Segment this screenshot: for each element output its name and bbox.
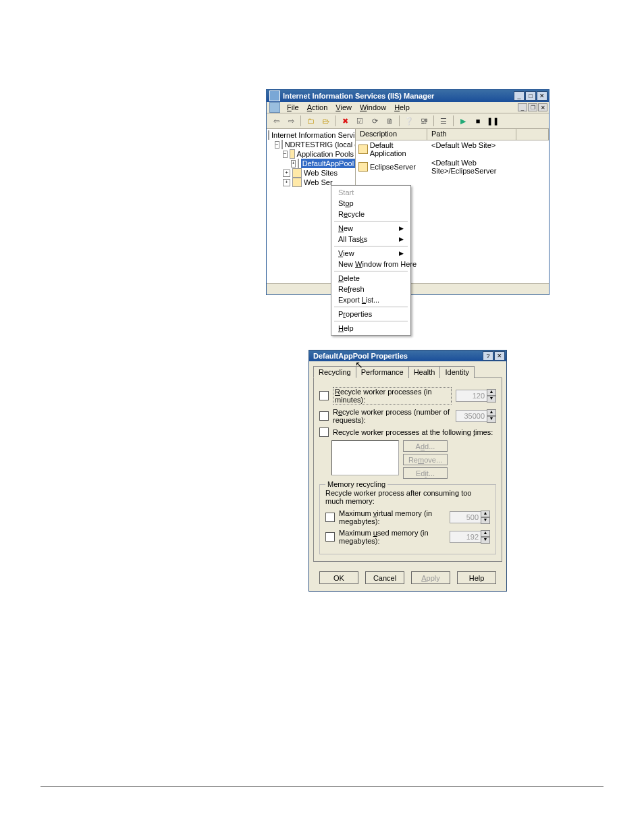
- spin-up-icon[interactable]: ▲: [487, 389, 496, 396]
- menu-view[interactable]: View: [331, 103, 356, 112]
- props-title-text: DefaultAppPool Properties: [309, 352, 483, 360]
- help-button[interactable]: Help: [457, 571, 496, 584]
- list-row[interactable]: Default Application <Default Web Site>: [356, 140, 549, 158]
- spin-up-icon[interactable]: ▲: [481, 530, 490, 537]
- cancel-button[interactable]: Cancel: [365, 571, 404, 584]
- tree-app-pools[interactable]: −Application Pools: [268, 149, 354, 159]
- spinner-requests[interactable]: ▲▼: [456, 409, 496, 423]
- mdi-minimize-button[interactable]: _: [518, 103, 527, 111]
- menu-action[interactable]: Action: [303, 103, 332, 112]
- iis-titlebar[interactable]: Internet Information Services (IIS) Mana…: [267, 90, 549, 102]
- ctx-delete[interactable]: Delete: [331, 273, 410, 284]
- spinner-umem[interactable]: ▲▼: [450, 530, 490, 544]
- remove-button[interactable]: Remove...: [403, 454, 448, 465]
- tab-identity[interactable]: Identity: [439, 366, 474, 378]
- spinner-vmem[interactable]: ▲▼: [450, 511, 490, 524]
- checkbox-recycle-times[interactable]: [319, 427, 329, 437]
- ctx-help[interactable]: Help: [331, 323, 410, 334]
- help-icon[interactable]: ❔: [402, 114, 416, 128]
- apply-button[interactable]: Apply: [411, 571, 450, 584]
- spin-down-icon[interactable]: ▼: [487, 416, 496, 423]
- tree-server[interactable]: −NDRTESTRIG (local computer): [268, 140, 354, 149]
- tab-recycling[interactable]: Recycling: [313, 366, 356, 378]
- row-recycle-minutes: Recycle worker processes (in minutes): ▲…: [319, 387, 496, 405]
- toolbar: ⇦ ⇨ 🗀 🗁 ✖ ☑ ⟳ 🗎 ❔ 🖳 ☰ ▶ ■ ❚❚: [267, 113, 549, 129]
- show-tree-icon[interactable]: 🗁: [319, 114, 332, 128]
- ok-button[interactable]: OK: [319, 571, 358, 584]
- tab-performance[interactable]: Performance: [356, 366, 409, 378]
- back-icon[interactable]: ⇦: [269, 114, 283, 128]
- up-folder-icon[interactable]: 🗀: [304, 114, 317, 128]
- spin-up-icon[interactable]: ▲: [487, 409, 496, 416]
- ctx-stop[interactable]: Stop: [331, 198, 410, 209]
- ctx-new[interactable]: New▶: [331, 223, 410, 234]
- props-titlebar[interactable]: DefaultAppPool Properties ? ✕: [309, 350, 506, 361]
- refresh-icon[interactable]: ⟳: [368, 114, 381, 128]
- col-blank[interactable]: [516, 129, 549, 140]
- toolbar-separator: [433, 115, 434, 126]
- stop-icon[interactable]: ■: [471, 114, 485, 128]
- tab-body-recycling: Recycle worker processes (in minutes): ▲…: [313, 377, 502, 562]
- iis-manager-window: Internet Information Services (IIS) Mana…: [266, 89, 549, 295]
- checkbox-used-memory[interactable]: [325, 532, 335, 542]
- tree-default-app-pool[interactable]: +DefaultAppPool: [268, 159, 354, 168]
- toolbar-separator: [399, 115, 400, 126]
- spin-down-icon[interactable]: ▼: [487, 396, 496, 402]
- close-button[interactable]: ✕: [494, 351, 505, 361]
- start-icon[interactable]: ▶: [456, 114, 470, 128]
- mdi-child-icon: [269, 102, 280, 113]
- list-row[interactable]: EclipseServer <Default Web Site>/Eclipse…: [356, 158, 549, 176]
- menu-file[interactable]: File: [283, 103, 303, 112]
- label-recycle-requests: Recycle worker process (number of reques…: [333, 408, 452, 424]
- maximize-button[interactable]: □: [525, 91, 536, 101]
- iis-title-text: Internet Information Services (IIS) Mana…: [283, 92, 514, 100]
- forward-icon[interactable]: ⇨: [284, 114, 298, 128]
- help-button[interactable]: ?: [483, 351, 493, 361]
- spin-up-icon[interactable]: ▲: [481, 511, 490, 517]
- menu-help[interactable]: Help: [390, 103, 414, 112]
- tree-root[interactable]: Internet Information Services: [268, 130, 354, 140]
- ctx-refresh[interactable]: Refresh: [331, 284, 410, 294]
- checkbox-virtual-memory[interactable]: [325, 513, 335, 522]
- col-path[interactable]: Path: [427, 129, 516, 140]
- close-button[interactable]: ✕: [537, 91, 547, 101]
- checkbox-recycle-minutes[interactable]: [319, 391, 329, 400]
- ctx-view[interactable]: View▶: [331, 248, 410, 259]
- mdi-restore-button[interactable]: ❐: [528, 103, 537, 111]
- times-listbox[interactable]: [331, 440, 399, 475]
- permissions-icon[interactable]: ☰: [437, 114, 450, 128]
- menu-window[interactable]: Window: [356, 103, 390, 112]
- export-icon[interactable]: 🗎: [383, 114, 396, 128]
- col-description[interactable]: Description: [356, 129, 427, 140]
- ctx-export[interactable]: Export List...: [331, 294, 410, 305]
- ctx-recycle[interactable]: Recycle: [331, 209, 410, 219]
- input-vmem[interactable]: [450, 511, 481, 523]
- mdi-close-button[interactable]: ✕: [538, 103, 547, 111]
- spin-down-icon[interactable]: ▼: [481, 517, 490, 524]
- spin-down-icon[interactable]: ▼: [481, 537, 490, 544]
- add-button[interactable]: Add...: [403, 440, 448, 452]
- spinner-minutes[interactable]: ▲▼: [456, 389, 496, 402]
- input-requests[interactable]: [456, 410, 487, 422]
- tree-web-sites[interactable]: +Web Sites: [268, 168, 354, 178]
- tab-health[interactable]: Health: [408, 366, 441, 378]
- ctx-new-window[interactable]: New Window from Here: [331, 259, 410, 269]
- minimize-button[interactable]: _: [514, 91, 525, 101]
- delete-icon[interactable]: ✖: [338, 114, 352, 128]
- list-header[interactable]: Description Path: [356, 129, 549, 140]
- ctx-separator: [334, 271, 408, 271]
- times-controls: Add... Remove... Edit...: [331, 440, 496, 479]
- connect-icon[interactable]: 🖳: [417, 114, 431, 128]
- row-used-memory: Maximum used memory (in megabytes): ▲▼: [325, 529, 490, 545]
- ctx-all-tasks[interactable]: All Tasks▶: [331, 234, 410, 244]
- edit-button[interactable]: Edit...: [403, 467, 448, 479]
- app-icon: [358, 162, 368, 172]
- ctx-properties[interactable]: Properties: [331, 309, 410, 319]
- input-umem[interactable]: [450, 531, 481, 543]
- label-recycle-times: Recycle worker processes at the followin…: [333, 428, 496, 436]
- properties-icon[interactable]: ☑: [353, 114, 367, 128]
- input-minutes[interactable]: [456, 390, 487, 402]
- ctx-start: Start: [331, 187, 410, 198]
- pause-icon[interactable]: ❚❚: [486, 114, 500, 128]
- checkbox-recycle-requests[interactable]: [319, 411, 329, 421]
